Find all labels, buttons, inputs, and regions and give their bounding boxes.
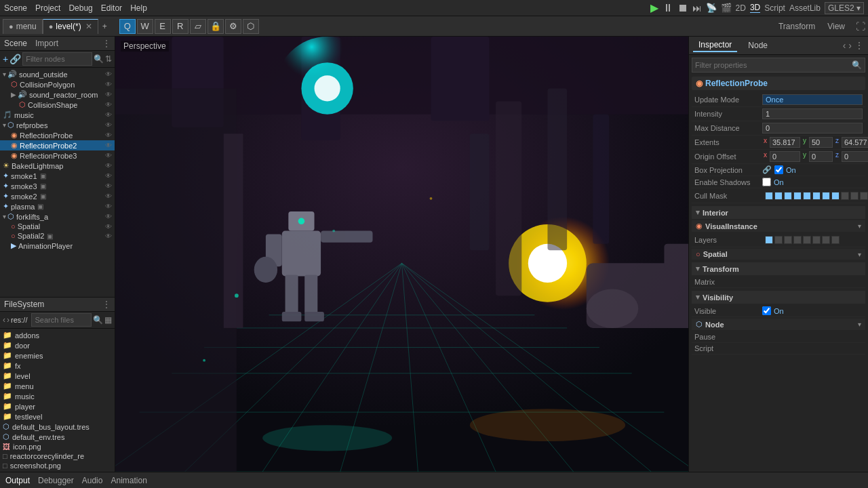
video-cam-icon[interactable]: 🎬 (721, 3, 732, 13)
layer-1[interactable] (765, 192, 773, 200)
inspector-tab[interactable]: Inspector (693, 39, 737, 52)
fs-layout-icon[interactable]: ▦ (104, 315, 112, 325)
menu-scene[interactable]: Scene (4, 3, 27, 13)
play-button[interactable]: ▶ (650, 1, 658, 14)
layer-2[interactable] (774, 192, 783, 200)
layer-11[interactable] (860, 192, 868, 200)
viewport[interactable]: Perspective (115, 37, 688, 472)
tree-item-smoke3[interactable]: ✦ smoke3 ▣ 👁 (0, 181, 115, 191)
menu-debug[interactable]: Debug (68, 3, 92, 13)
section-interior[interactable]: ▾ Interior (692, 206, 865, 219)
mode-assetlib[interactable]: AssetLib (789, 3, 821, 13)
extents-x-input[interactable] (770, 137, 800, 148)
fs-folder-addons[interactable]: 📁 addons (0, 330, 115, 340)
tree-item-bakedlightmap[interactable]: ☀ BakedLightmap 👁 (0, 161, 115, 171)
mode-2d[interactable]: 2D (736, 3, 746, 13)
pause-button[interactable]: ⏸ (663, 2, 673, 14)
tab-menu[interactable]: ● menu (3, 19, 43, 34)
tool-select[interactable]: Q (119, 19, 136, 34)
vis-layer-2[interactable] (774, 236, 783, 244)
add-tab-button[interactable]: + (98, 20, 111, 33)
tree-item-music[interactable]: 🎵 music 👁 (0, 110, 115, 120)
visibility-icon[interactable]: 👁 (105, 152, 112, 159)
view-button[interactable]: View (823, 20, 849, 33)
menu-project[interactable]: Project (35, 3, 60, 13)
fs-folder-music[interactable]: 📁 music (0, 391, 115, 401)
tool-scale[interactable]: R (172, 19, 189, 34)
visibility-icon[interactable]: 👁 (105, 81, 112, 88)
fs-search-icon[interactable]: 🔍 (93, 315, 103, 325)
instance-button[interactable]: 🔗 (9, 54, 21, 64)
visibility-icon[interactable]: 👁 (105, 232, 112, 240)
output-tab[interactable]: Output (5, 476, 30, 485)
history-back-icon[interactable]: ‹ (843, 40, 846, 51)
filter-nodes-input[interactable] (26, 55, 89, 63)
fs-file-screenshot[interactable]: □ screenshot.png (0, 461, 115, 470)
mode-script[interactable]: Script (764, 3, 785, 13)
tree-item-plasma[interactable]: ✦ plasma ▣ 👁 (0, 201, 115, 211)
subsection-visual-instance[interactable]: ◉ VisualInstance ▾ (692, 220, 865, 232)
layer-7[interactable] (822, 192, 830, 200)
layer-9[interactable] (841, 192, 849, 200)
nav-back-button[interactable]: ‹ (3, 315, 5, 325)
extents-y-input[interactable] (809, 137, 833, 148)
visibility-icon[interactable]: 👁 (105, 223, 112, 230)
scene-menu-icon[interactable]: ⋮ (102, 39, 111, 48)
menu-editor[interactable]: Editor (101, 3, 122, 13)
layer-10[interactable] (850, 192, 859, 200)
add-node-button[interactable]: + (3, 54, 8, 64)
fs-folder-level[interactable]: 📁 level (0, 371, 115, 381)
tree-item-refprobes[interactable]: ▾ ⬡ refprobes 👁 (0, 120, 115, 130)
fs-file-reactorcore[interactable]: □ reactorcorecylinder_re (0, 451, 115, 461)
fs-file-icon-png[interactable]: 🖼 icon.png (0, 442, 115, 451)
component-header[interactable]: ◉ ReflectionProbe (692, 77, 865, 90)
tree-item-spatial2[interactable]: ○ Spatial2 ▣ 👁 (0, 231, 115, 241)
tree-item-reflectionprobe3[interactable]: ◉ ReflectionProbe3 👁 (0, 150, 115, 161)
box-projection-link-icon[interactable]: 🔗 (762, 165, 772, 174)
visibility-icon[interactable]: 👁 (105, 192, 112, 200)
tree-item-collisionshape[interactable]: ⬡ CollisionShape 👁 (0, 100, 115, 110)
vis-layer-3[interactable] (784, 236, 792, 244)
mode-3d[interactable]: 3D (750, 3, 760, 13)
visibility-icon[interactable]: 👁 (105, 131, 112, 139)
tree-item-sound-outside[interactable]: ▾ 🔊 sound_outside 👁 (0, 69, 115, 79)
import-button[interactable]: Import (35, 39, 58, 48)
tree-item-collisionpolygon[interactable]: ⬡ CollisionPolygon 👁 (0, 79, 115, 89)
tool-snap[interactable]: ⬡ (243, 19, 259, 34)
origin-x-input[interactable] (770, 151, 800, 162)
visibility-icon[interactable]: 👁 (105, 172, 112, 180)
visibility-icon[interactable]: 👁 (105, 142, 112, 149)
visibility-icon[interactable]: 👁 (105, 182, 112, 190)
tree-item-smoke1[interactable]: ✦ smoke1 ▣ 👁 (0, 171, 115, 181)
subsection-node[interactable]: ⬡ Node ▾ (692, 319, 865, 330)
fs-file-bus-layout[interactable]: ⬡ default_bus_layout.tres (0, 422, 115, 432)
visibility-icon[interactable]: 👁 (105, 203, 112, 210)
visibility-icon[interactable]: 👁 (105, 213, 112, 220)
visible-toggle[interactable] (762, 306, 771, 315)
vis-layer-6[interactable] (812, 236, 821, 244)
tree-item-animationplayer[interactable]: ▶ AnimationPlayer (0, 241, 115, 251)
layer-6[interactable] (812, 192, 821, 200)
fs-folder-door[interactable]: 📁 door (0, 340, 115, 350)
visibility-icon[interactable]: 👁 (105, 91, 112, 98)
vis-layer-1[interactable] (765, 236, 773, 244)
nav-forward-button[interactable]: › (7, 315, 9, 325)
tool-move[interactable]: W (137, 19, 153, 34)
tool-rotate[interactable]: E (155, 19, 171, 34)
origin-z-input[interactable] (842, 151, 868, 162)
inspector-menu-icon[interactable]: ⋮ (854, 40, 864, 51)
tree-item-forklifts-a[interactable]: ▾ ⬡ forklifts_a 👁 (0, 211, 115, 222)
tool-lock[interactable]: 🔒 (208, 19, 224, 34)
layer-8[interactable] (831, 192, 840, 200)
stop-button[interactable]: ⏹ (677, 2, 688, 14)
fs-file-default-env[interactable]: ⬡ default_env.tres (0, 432, 115, 442)
tree-item-reflectionprobe1[interactable]: ◉ ReflectionProbe 👁 (0, 130, 115, 140)
update-mode-value[interactable]: Once (762, 94, 863, 105)
visibility-icon[interactable]: 👁 (105, 121, 112, 129)
debugger-tab[interactable]: Debugger (38, 476, 74, 485)
section-transform[interactable]: ▾ Transform (692, 262, 865, 275)
menu-help[interactable]: Help (130, 3, 147, 13)
remote-debug-icon[interactable]: 📡 (706, 3, 717, 13)
visibility-icon[interactable]: 👁 (105, 70, 112, 78)
tab-level[interactable]: ● level(*) ✕ (43, 19, 98, 34)
